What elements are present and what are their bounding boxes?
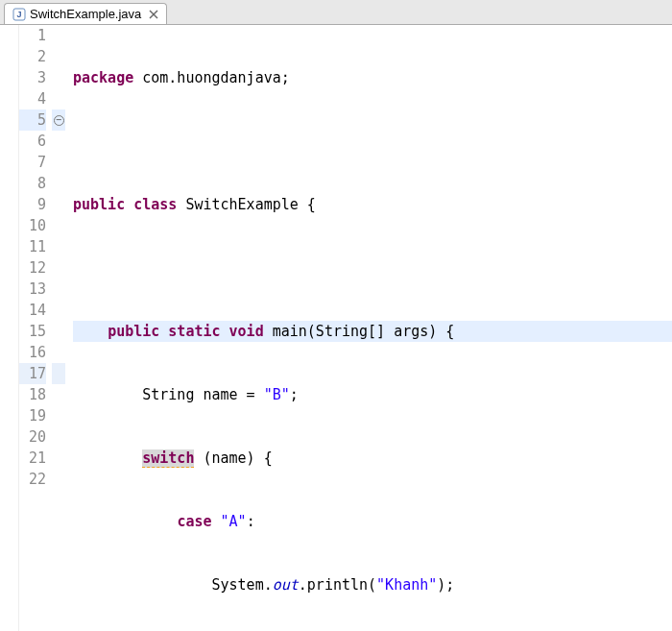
code-line: package com.huongdanjava; [73,67,672,88]
svg-text:J: J [16,10,21,19]
code-line [73,257,672,279]
code-line: public static void main(String[] args) { [73,321,672,342]
close-icon[interactable] [149,10,158,19]
editor-tab-active[interactable]: J SwitchExample.java [4,3,167,24]
code-line [73,131,672,152]
fold-column: − [52,25,65,631]
code-line: System.out.println("Khanh"); [73,574,672,595]
code-line: switch (name) { [73,448,672,469]
code-line: String name = "B"; [73,384,672,405]
editor-tab-label: SwitchExample.java [30,7,141,21]
code-line: case "A": [73,511,672,532]
code-area[interactable]: package com.huongdanjava; public class S… [65,25,672,631]
code-editor[interactable]: 1 2 3 4 5 6 7 8 9 10 11 12 13 14 15 16 1… [0,25,672,631]
code-line: public class SwitchExample { [73,194,672,215]
editor-tab-bar: J SwitchExample.java [0,0,672,25]
java-file-icon: J [12,8,26,21]
marker-column [0,25,19,631]
fold-toggle-icon[interactable]: − [54,115,64,126]
line-number-gutter: 1 2 3 4 5 6 7 8 9 10 11 12 13 14 15 16 1… [19,25,52,631]
